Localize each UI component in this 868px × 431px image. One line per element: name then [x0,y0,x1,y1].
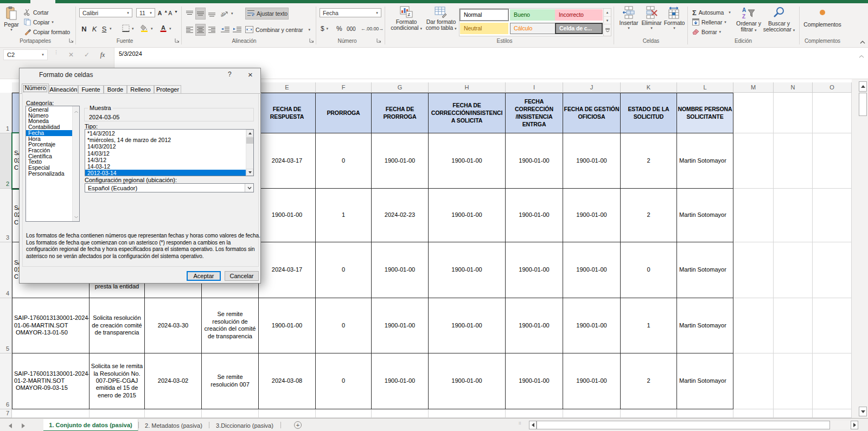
cell-H2[interactable]: 1900-01-00 [429,133,506,189]
cell-M4[interactable] [733,242,774,298]
merge-center-button[interactable]: Combinar y centrar ▾ [245,25,310,35]
format-as-table-button[interactable]: Dar formato como tabla ▾ [424,5,458,36]
hscroll-right-button[interactable] [851,421,858,429]
ok-button[interactable]: Aceptar [187,271,221,281]
font-name-combo[interactable]: Calibri ▾ [79,8,132,17]
cell-G2[interactable]: 1900-01-00 [372,133,429,189]
type-item-5[interactable]: 14-03-12 [85,163,246,170]
conditional-formatting-button[interactable]: ≠ Formato condicional ▾ [390,5,423,36]
cell-I6[interactable]: 1900-01-00 [506,353,563,409]
name-box[interactable]: C2 ▾ [3,49,48,60]
row-header-5[interactable]: 5 [0,298,12,354]
cell-M3[interactable] [733,189,774,242]
cell-F3[interactable]: 1 [316,189,372,242]
new-sheet-button[interactable]: + [294,421,302,429]
locale-combo[interactable]: Español (Ecuador) [85,183,254,192]
cell-I7[interactable] [506,409,563,419]
align-center-button[interactable] [195,24,206,36]
align-bottom-button[interactable] [207,9,216,18]
cell-F6[interactable]: 0 [316,353,372,409]
sheet-tab-1[interactable]: 1. Conjunto de datos (pasiva) [43,419,138,431]
clear-button[interactable]: Borrar ▾ [692,27,721,37]
column-header-J[interactable]: J [563,82,621,93]
cell-O7[interactable] [813,409,852,419]
cell-A6[interactable]: SAIP-1760013130001-2024-01-2-MARTIN.SOT … [12,353,90,409]
increase-indent-button[interactable] [232,25,242,35]
dialog-launcher-clipboard[interactable] [69,38,74,43]
autosum-button[interactable]: Σ Autosuma ▾ [692,8,731,17]
cut-button[interactable]: Cortar [24,8,49,17]
cell-M2[interactable] [733,133,774,189]
cell-J4[interactable]: 1900-01-00 [563,242,621,298]
cell-K4[interactable]: 0 [621,242,677,298]
paste-button[interactable]: Pegar ▾ [2,5,21,36]
italic-button[interactable]: K [90,24,99,34]
cell-I4[interactable]: 1900-01-00 [506,242,563,298]
cell-B7[interactable] [90,409,145,419]
font-size-combo[interactable]: 11 ▾ [136,8,155,17]
collapse-ribbon-button[interactable] [860,39,866,44]
type-scrollbar[interactable] [246,130,253,176]
category-scrollbar[interactable] [72,106,79,221]
cell-A5[interactable]: SAIP-1760013130001-2024-01-06-MARTIN.SOT… [12,298,90,354]
grow-font-button[interactable]: A▲ [158,8,168,18]
cell-M1[interactable] [733,93,774,133]
column-header-G[interactable]: G [372,82,429,93]
cell-C5[interactable]: 2024-03-30 [145,298,202,354]
orientation-button[interactable]: ab ▾ [221,9,233,18]
cell-C6[interactable]: 2024-03-02 [145,353,202,409]
cell-L5[interactable]: Martin Sotomayor [677,298,733,354]
scroll-down-button[interactable] [859,407,867,416]
column-header-K[interactable]: K [621,82,677,93]
cell-M6[interactable] [733,353,774,409]
category-listbox[interactable]: GeneralNúmeroMonedaContabilidadFechaHora… [25,106,80,222]
cell-J6[interactable]: 1900-01-00 [563,353,621,409]
type-scroll-down[interactable] [246,169,253,176]
cell-E4[interactable]: 2024-03-17 [259,242,316,298]
column-header-O[interactable]: O [813,82,852,93]
column-header-M[interactable]: M [733,82,774,93]
style-tile-5[interactable]: Cálculo [510,23,558,34]
cell-N2[interactable] [774,133,813,189]
cell-K5[interactable]: 1 [621,298,677,354]
cell-O4[interactable] [813,242,852,298]
cell-K2[interactable]: 2 [621,133,677,189]
cell-F2[interactable]: 0 [316,133,372,189]
cell-H4[interactable]: 1900-01-00 [429,242,506,298]
cell-O3[interactable] [813,189,852,242]
scroll-up-button[interactable] [859,81,867,92]
delete-cells-button[interactable]: Eliminar ▾ [640,5,663,36]
cell-G3[interactable]: 2024-02-23 [372,189,429,242]
style-tile-6[interactable]: Celda de c... [555,23,603,34]
addins-button[interactable]: Complementos [803,7,841,37]
dialog-help-button[interactable]: ? [228,70,232,78]
cell-A7[interactable] [12,409,90,419]
borders-button[interactable]: ▾ [122,24,133,34]
combo-dropdown-button[interactable] [245,184,253,192]
cell-I1[interactable]: FECHACORRECCIÓN/INSISTENCIAENTRGA [506,93,563,133]
cancel-entry-button[interactable]: ✕ [65,49,78,60]
dialog-launcher-font[interactable] [175,38,180,43]
category-item-11[interactable]: Personalizada [26,171,73,177]
decrease-indent-button[interactable] [220,25,230,35]
type-item-4[interactable]: 14/3/12 [85,157,246,163]
type-scroll-up[interactable] [246,130,253,137]
cell-O2[interactable] [813,133,852,189]
cell-G1[interactable]: FECHA DEPRORROGA [372,93,429,133]
row-header-7[interactable]: 7 [0,409,12,419]
percent-button[interactable]: % [336,24,342,34]
style-tile-3[interactable]: Incorrecto [555,9,603,21]
cell-G6[interactable]: 1900-01-00 [372,353,429,409]
tab-alineacion[interactable]: Alineación [49,85,78,94]
type-item-1[interactable]: *miércoles, 14 de marzo de 2012 [85,137,246,143]
find-select-button[interactable]: Buscar y seleccionar ▾ [763,7,795,37]
cell-I5[interactable]: 1900-01-00 [506,298,563,354]
cell-L7[interactable] [677,409,733,419]
cell-O1[interactable] [813,93,852,133]
insert-function-button[interactable]: fx [96,49,109,60]
wrap-text-button[interactable]: Ajustar texto [245,8,289,20]
underline-dropdown[interactable]: ▾ [110,24,111,34]
enter-entry-button[interactable]: ✓ [80,49,93,60]
cell-G4[interactable]: 1900-01-00 [372,242,429,298]
cell-F1[interactable]: PRORROGA [316,93,372,133]
